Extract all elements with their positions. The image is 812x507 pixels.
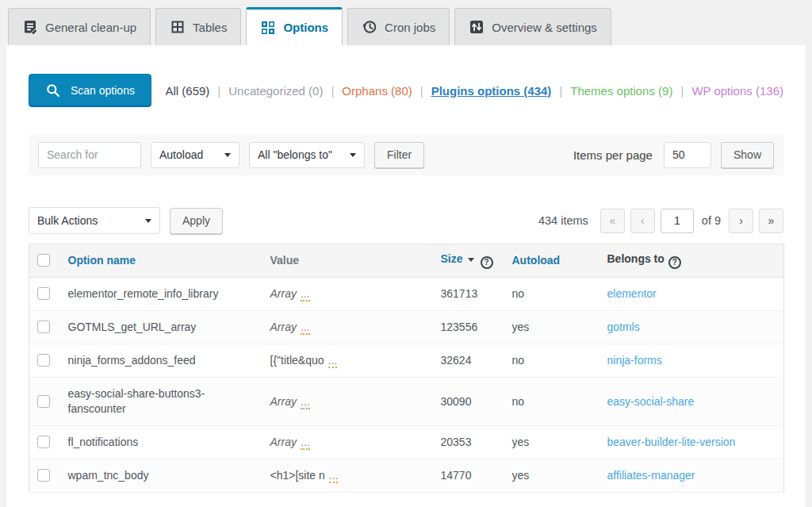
options-panel: Scan options All (659) | Uncategorized (… <box>6 45 806 507</box>
belongs-to-link[interactable]: elementor <box>607 287 657 300</box>
tab-cron-jobs[interactable]: Cron jobs <box>347 8 450 45</box>
option-name-cell: fl_notifications <box>60 425 262 459</box>
filter-separator: | <box>680 84 684 98</box>
sort-arrows-box-icon <box>469 19 485 35</box>
category-filter-links: All (659) | Uncategorized (0) | Orphans … <box>165 84 783 98</box>
last-page-button[interactable]: » <box>759 209 783 233</box>
search-icon <box>45 83 61 98</box>
table-grid-icon <box>170 19 186 35</box>
option-value: Array <box>270 321 297 333</box>
table-row: elementor_remote_info_library Array... 3… <box>29 277 784 310</box>
autoload-select[interactable]: Autoload <box>151 142 239 168</box>
search-input[interactable] <box>38 142 141 168</box>
autoload-cell: yes <box>504 425 599 459</box>
belongs-to-link[interactable]: gotmls <box>607 321 640 333</box>
items-per-page-input[interactable] <box>664 142 711 168</box>
current-page-input[interactable] <box>661 209 694 233</box>
size-cell: 30090 <box>433 377 504 425</box>
row-checkbox[interactable] <box>37 395 50 408</box>
autoload-cell: no <box>504 277 599 310</box>
option-value: <h1>[site n <box>270 469 325 482</box>
pagination: 434 items « ‹ of 9 › » <box>538 209 783 233</box>
show-button[interactable]: Show <box>721 142 774 168</box>
expand-value-link[interactable]: ... <box>301 395 310 409</box>
filter-separator: | <box>420 84 423 98</box>
option-value: Array <box>270 287 297 300</box>
column-header-value: Value <box>262 244 433 278</box>
autoload-cell: yes <box>504 459 599 492</box>
column-header-autoload[interactable]: Autoload <box>504 244 599 278</box>
filter-separator: | <box>217 84 220 98</box>
bulk-actions-select[interactable]: Bulk Actions <box>29 207 160 234</box>
filter-orphans[interactable]: Orphans (80) <box>342 84 412 98</box>
belongs-to-header-label: Belongs to <box>607 252 665 265</box>
belongs-to-select[interactable]: All "belongs to" <box>249 142 365 168</box>
table-header-row: Option name Value Size? Autoload Belongs… <box>29 244 784 278</box>
filter-separator: | <box>559 84 562 98</box>
belongs-to-link[interactable]: ninja-forms <box>607 354 662 367</box>
apply-button[interactable]: Apply <box>170 208 223 234</box>
size-cell: 123556 <box>433 310 504 344</box>
column-header-option-name[interactable]: Option name <box>60 244 262 278</box>
row-checkbox[interactable] <box>37 469 50 482</box>
autoload-cell: yes <box>504 310 599 344</box>
expand-value-link[interactable]: ... <box>329 469 339 483</box>
scan-options-label: Scan options <box>71 84 135 97</box>
expand-value-link[interactable]: ... <box>301 321 310 335</box>
scan-options-button[interactable]: Scan options <box>29 74 151 107</box>
filter-toolbar: Autoload All "belongs to" Filter Items p… <box>29 134 783 175</box>
chevron-down-icon <box>224 153 231 157</box>
table-row: fl_notifications Array... 20353 yes beav… <box>29 425 784 459</box>
autoload-select-value: Autoload <box>159 148 203 161</box>
items-per-page-label: Items per page <box>573 148 653 162</box>
option-name-cell: wpam_tnc_body <box>60 459 262 492</box>
option-value: Array <box>270 436 297 448</box>
items-count: 434 items <box>538 214 588 227</box>
tab-general-clean-up[interactable]: General clean-up <box>8 8 151 45</box>
table-row: GOTMLS_get_URL_array Array... 123556 yes… <box>29 310 784 344</box>
options-squares-icon <box>260 20 276 36</box>
table-row: ninja_forms_addons_feed [{"title&quo... … <box>29 344 784 377</box>
size-cell: 20353 <box>433 425 504 459</box>
next-page-button[interactable]: › <box>729 209 753 233</box>
tab-tables[interactable]: Tables <box>155 8 241 45</box>
filter-uncategorized[interactable]: Uncategorized (0) <box>228 84 323 98</box>
tab-overview-settings[interactable]: Overview & settings <box>454 8 611 45</box>
belongs-to-link[interactable]: beaver-builder-lite-version <box>607 436 736 448</box>
belongs-to-link[interactable]: easy-social-share <box>607 395 695 408</box>
filter-wp-options[interactable]: WP options (136) <box>691 84 783 98</box>
filter-plugins-options[interactable]: Plugins options (434) <box>431 84 552 98</box>
column-header-size[interactable]: Size? <box>433 244 504 278</box>
help-icon[interactable]: ? <box>481 256 493 269</box>
row-checkbox[interactable] <box>37 287 50 300</box>
expand-value-link[interactable]: ... <box>301 436 310 450</box>
filter-separator: | <box>331 84 334 98</box>
row-checkbox[interactable] <box>37 436 50 448</box>
select-all-checkbox[interactable] <box>37 254 50 267</box>
table-row: easy-social-share-buttons3-fanscounter A… <box>29 377 784 425</box>
options-table: Option name Value Size? Autoload Belongs… <box>29 244 784 493</box>
autoload-cell: no <box>504 344 599 377</box>
total-pages-label: of 9 <box>702 214 721 227</box>
filter-all[interactable]: All (659) <box>165 84 209 98</box>
help-icon[interactable]: ? <box>668 256 681 269</box>
size-header-label: Size <box>441 252 463 265</box>
tab-label: Tables <box>193 21 227 34</box>
option-value: Array <box>270 395 297 408</box>
filter-button[interactable]: Filter <box>374 142 424 168</box>
tab-label: Cron jobs <box>385 21 435 34</box>
tab-label: Overview & settings <box>492 21 597 34</box>
row-checkbox[interactable] <box>37 321 50 333</box>
tab-label: General clean-up <box>45 21 136 34</box>
filter-themes-options[interactable]: Themes options (9) <box>570 84 672 98</box>
first-page-button[interactable]: « <box>600 209 625 233</box>
bulk-actions-select-value: Bulk Actions <box>37 214 98 227</box>
size-cell: 361713 <box>433 277 504 310</box>
expand-value-link[interactable]: ... <box>301 287 310 302</box>
expand-value-link[interactable]: ... <box>328 354 338 368</box>
filter-controls: Autoload All "belongs to" Filter <box>38 142 424 168</box>
prev-page-button[interactable]: ‹ <box>630 209 655 233</box>
belongs-to-link[interactable]: affiliates-manager <box>607 469 695 482</box>
row-checkbox[interactable] <box>37 354 50 367</box>
tab-options[interactable]: Options <box>246 7 343 45</box>
